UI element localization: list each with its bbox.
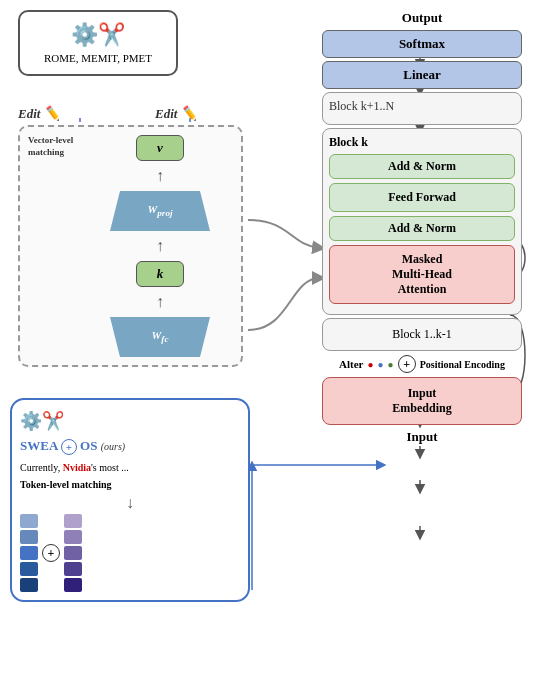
token-oplus: + [42,544,60,562]
edit-right-icon: ✏️ [180,105,197,122]
wproj-label: Wproj [147,203,172,218]
wproj-box: Wproj [110,191,210,231]
token-cell [64,562,82,576]
arrow-token-down: ↓ [20,494,240,512]
masked-attn-label: MaskedMulti-HeadAttention [392,252,452,296]
token-cell [20,514,38,528]
token-cell [20,546,38,560]
input-label: Input [322,429,522,445]
token-cell [20,530,38,544]
token-cell [64,578,82,592]
input-emb-label: InputEmbedding [392,386,451,415]
block-k-container: Block k Add & Norm Feed Forwad Add & Nor… [322,128,522,315]
token-cell [64,514,82,528]
swea-title: SWEA + OS (ours) [20,438,240,455]
arrow-proj-up: ↑ [156,237,164,255]
edit-left: Edit ✏️ [18,105,60,122]
edit-right-label: Edit [155,106,177,122]
block-k-label: Block k [329,135,515,150]
swea-text-content: Currently, Nvidia's most ... [20,461,240,475]
token-cell [20,578,38,592]
edit-right: Edit ✏️ [155,105,197,122]
input-emb-box: InputEmbedding [322,377,522,425]
right-column: Output Softmax Linear Block k+1..N Block… [322,10,522,445]
token-col-1 [20,514,38,592]
block-1k-label: Block 1..k-1 [392,327,452,341]
diagram: Output Softmax Linear Block k+1..N Block… [0,0,540,684]
token-col-2 [64,514,82,592]
k-box: k [136,261,185,287]
os-label: OS [80,438,97,453]
ours-label: (ours) [101,441,125,452]
pos-encoding-label: Positional Encoding [420,359,505,370]
edit-left-label: Edit [18,106,40,122]
v-box: v [136,135,184,161]
vector-level-label: Vector-levelmatching [28,135,83,158]
add-norm-top: Add & Norm [329,154,515,179]
arrow-v-up: ↑ [156,167,164,185]
token-cell [64,530,82,544]
rome-box: ⚙️✂️ ROME, MEMIT, PMET [18,10,178,76]
alter-label: Alter [339,358,363,370]
linear-box: Linear [322,61,522,89]
token-cols: + [20,514,240,592]
block-kn-label: Block k+1..N [329,99,515,114]
block-1k-container: Block 1..k-1 [322,318,522,351]
wrench-icon: ⚙️✂️ [28,22,168,48]
oplus-symbol: + [61,439,77,455]
swea-box: ⚙️✂️ SWEA + OS (ours) Currently, Nvidia'… [10,398,250,602]
masked-attn-box: MaskedMulti-HeadAttention [329,245,515,304]
wfc-box: Wfc [110,317,210,357]
block-kn-container: Block k+1..N [322,92,522,125]
vector-inner: v ↑ Wproj ↑ k ↑ [87,135,233,357]
output-label: Output [322,10,522,26]
add-norm-bottom: Add & Norm [329,216,515,241]
circle-plus-pos: + [398,355,416,373]
pos-encoding-row: Alter ● ● ● + Positional Encoding [322,355,522,373]
arrow-k-up: ↑ [156,293,164,311]
feed-forward-box: Feed Forwad [329,183,515,212]
token-cell [64,546,82,560]
token-level-label: Token-level matching [20,479,240,490]
rome-label: ROME, MEMIT, PMET [28,52,168,64]
edit-left-icon: ✏️ [43,105,60,122]
vector-level-box: Vector-levelmatching v ↑ Wproj ↑ [18,125,243,367]
token-cell [20,562,38,576]
nvidia-text: Nvidia [63,462,91,473]
swea-text-label: SWEA [20,438,58,453]
wrench-icon-swea: ⚙️✂️ [20,410,64,432]
softmax-box: Softmax [322,30,522,58]
wfc-label: Wfc [152,329,169,344]
